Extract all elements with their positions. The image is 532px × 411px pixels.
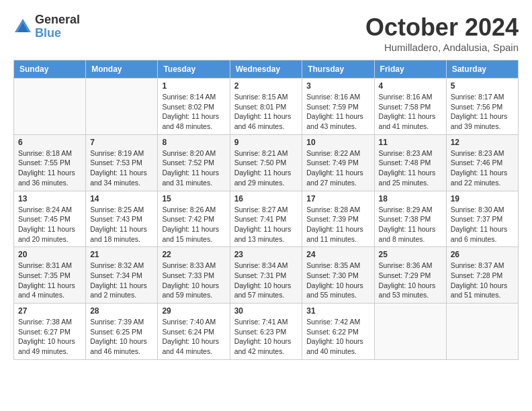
- day-number: 29: [162, 306, 225, 316]
- calendar-week-row: 1Sunrise: 8:14 AM Sunset: 8:02 PM Daylig…: [14, 79, 519, 135]
- calendar-cell: 21Sunrise: 8:32 AM Sunset: 7:34 PM Dayli…: [86, 247, 158, 304]
- day-number: 2: [234, 81, 298, 91]
- day-info: Sunrise: 8:32 AM Sunset: 7:34 PM Dayligh…: [90, 261, 153, 300]
- day-number: 17: [306, 194, 369, 203]
- calendar-cell: 10Sunrise: 8:22 AM Sunset: 7:49 PM Dayli…: [302, 134, 374, 191]
- day-number: 30: [234, 306, 298, 316]
- calendar-week-row: 27Sunrise: 7:38 AM Sunset: 6:27 PM Dayli…: [14, 304, 519, 360]
- day-info: Sunrise: 8:28 AM Sunset: 7:39 PM Dayligh…: [306, 205, 369, 244]
- calendar-cell: 20Sunrise: 8:31 AM Sunset: 7:35 PM Dayli…: [14, 247, 86, 304]
- day-info: Sunrise: 7:38 AM Sunset: 6:27 PM Dayligh…: [18, 317, 81, 357]
- calendar-cell: 30Sunrise: 7:41 AM Sunset: 6:23 PM Dayli…: [230, 304, 302, 360]
- weekday-header: Saturday: [446, 60, 518, 79]
- calendar-cell: 15Sunrise: 8:26 AM Sunset: 7:42 PM Dayli…: [158, 191, 230, 247]
- logo-blue-text: Blue: [35, 27, 80, 40]
- weekday-header: Tuesday: [158, 60, 230, 79]
- weekday-header: Monday: [86, 60, 158, 79]
- calendar-cell: 14Sunrise: 8:25 AM Sunset: 7:43 PM Dayli…: [86, 191, 158, 247]
- calendar-cell: 18Sunrise: 8:29 AM Sunset: 7:38 PM Dayli…: [374, 191, 446, 247]
- day-info: Sunrise: 8:37 AM Sunset: 7:28 PM Dayligh…: [451, 261, 514, 300]
- calendar-cell: 1Sunrise: 8:14 AM Sunset: 8:02 PM Daylig…: [158, 79, 230, 135]
- day-number: 7: [90, 138, 153, 147]
- day-number: 27: [18, 306, 81, 316]
- calendar-cell: 3Sunrise: 8:16 AM Sunset: 7:59 PM Daylig…: [302, 79, 374, 135]
- day-number: 21: [90, 250, 153, 259]
- calendar-cell: 8Sunrise: 8:20 AM Sunset: 7:52 PM Daylig…: [158, 134, 230, 191]
- calendar-cell: 19Sunrise: 8:30 AM Sunset: 7:37 PM Dayli…: [446, 191, 518, 247]
- day-info: Sunrise: 8:24 AM Sunset: 7:45 PM Dayligh…: [18, 205, 81, 244]
- calendar-cell: 5Sunrise: 8:17 AM Sunset: 7:56 PM Daylig…: [446, 79, 518, 135]
- day-info: Sunrise: 8:26 AM Sunset: 7:42 PM Dayligh…: [162, 205, 225, 244]
- calendar-cell: 6Sunrise: 8:18 AM Sunset: 7:55 PM Daylig…: [14, 134, 86, 191]
- day-number: 9: [234, 138, 298, 147]
- day-info: Sunrise: 8:30 AM Sunset: 7:37 PM Dayligh…: [451, 205, 514, 244]
- day-number: 13: [18, 194, 81, 203]
- day-number: 23: [234, 250, 298, 259]
- day-number: 20: [18, 250, 81, 259]
- day-info: Sunrise: 8:33 AM Sunset: 7:33 PM Dayligh…: [162, 261, 225, 300]
- day-number: 8: [162, 138, 225, 147]
- calendar-cell: 9Sunrise: 8:21 AM Sunset: 7:50 PM Daylig…: [230, 134, 302, 191]
- day-number: 11: [379, 138, 442, 147]
- page-header: General Blue October 2024 Humilladero, A…: [13, 13, 519, 53]
- calendar-cell: 27Sunrise: 7:38 AM Sunset: 6:27 PM Dayli…: [14, 304, 86, 360]
- day-number: 10: [306, 138, 369, 147]
- calendar-cell: 13Sunrise: 8:24 AM Sunset: 7:45 PM Dayli…: [14, 191, 86, 247]
- day-info: Sunrise: 8:17 AM Sunset: 7:56 PM Dayligh…: [451, 92, 514, 132]
- day-number: 16: [234, 194, 298, 203]
- day-number: 5: [451, 81, 514, 91]
- day-number: 28: [90, 306, 153, 316]
- calendar-week-row: 13Sunrise: 8:24 AM Sunset: 7:45 PM Dayli…: [14, 191, 519, 247]
- logo-general-text: General: [35, 13, 80, 27]
- day-info: Sunrise: 8:14 AM Sunset: 8:02 PM Dayligh…: [162, 92, 225, 132]
- day-info: Sunrise: 8:35 AM Sunset: 7:30 PM Dayligh…: [306, 261, 369, 300]
- day-number: 1: [162, 81, 225, 91]
- calendar-header-row: SundayMondayTuesdayWednesdayThursdayFrid…: [14, 60, 519, 79]
- calendar-cell: 2Sunrise: 8:15 AM Sunset: 8:01 PM Daylig…: [230, 79, 302, 135]
- calendar-cell: [374, 304, 446, 360]
- day-info: Sunrise: 8:36 AM Sunset: 7:29 PM Dayligh…: [379, 261, 442, 300]
- day-number: 4: [379, 81, 442, 91]
- logo-icon: [13, 17, 32, 36]
- day-info: Sunrise: 8:20 AM Sunset: 7:52 PM Dayligh…: [162, 148, 225, 188]
- title-block: October 2024 Humilladero, Andalusia, Spa…: [365, 13, 519, 53]
- weekday-header: Thursday: [302, 60, 374, 79]
- day-number: 14: [90, 194, 153, 203]
- day-number: 12: [451, 138, 514, 147]
- day-info: Sunrise: 8:23 AM Sunset: 7:46 PM Dayligh…: [451, 148, 514, 188]
- day-number: 18: [379, 194, 442, 203]
- weekday-header: Sunday: [14, 60, 86, 79]
- day-info: Sunrise: 8:18 AM Sunset: 7:55 PM Dayligh…: [18, 148, 81, 188]
- calendar-cell: 25Sunrise: 8:36 AM Sunset: 7:29 PM Dayli…: [374, 247, 446, 304]
- calendar-cell: 4Sunrise: 8:16 AM Sunset: 7:58 PM Daylig…: [374, 79, 446, 135]
- day-info: Sunrise: 8:19 AM Sunset: 7:53 PM Dayligh…: [90, 148, 153, 188]
- day-info: Sunrise: 8:16 AM Sunset: 7:58 PM Dayligh…: [379, 92, 442, 132]
- day-number: 26: [451, 250, 514, 259]
- day-info: Sunrise: 8:15 AM Sunset: 8:01 PM Dayligh…: [234, 92, 298, 132]
- calendar-cell: [14, 79, 86, 135]
- day-info: Sunrise: 7:41 AM Sunset: 6:23 PM Dayligh…: [234, 317, 298, 357]
- calendar-cell: 28Sunrise: 7:39 AM Sunset: 6:25 PM Dayli…: [86, 304, 158, 360]
- calendar-cell: 17Sunrise: 8:28 AM Sunset: 7:39 PM Dayli…: [302, 191, 374, 247]
- day-number: 6: [18, 138, 81, 147]
- calendar-cell: 31Sunrise: 7:42 AM Sunset: 6:22 PM Dayli…: [302, 304, 374, 360]
- day-number: 19: [451, 194, 514, 203]
- day-info: Sunrise: 7:40 AM Sunset: 6:24 PM Dayligh…: [162, 317, 225, 357]
- calendar-cell: 23Sunrise: 8:34 AM Sunset: 7:31 PM Dayli…: [230, 247, 302, 304]
- day-info: Sunrise: 8:27 AM Sunset: 7:41 PM Dayligh…: [234, 205, 298, 244]
- calendar-cell: 29Sunrise: 7:40 AM Sunset: 6:24 PM Dayli…: [158, 304, 230, 360]
- calendar-cell: 16Sunrise: 8:27 AM Sunset: 7:41 PM Dayli…: [230, 191, 302, 247]
- day-number: 15: [162, 194, 225, 203]
- month-title: October 2024: [365, 13, 519, 42]
- logo-text: General Blue: [35, 13, 80, 40]
- day-info: Sunrise: 8:29 AM Sunset: 7:38 PM Dayligh…: [379, 205, 442, 244]
- calendar-cell: 11Sunrise: 8:23 AM Sunset: 7:48 PM Dayli…: [374, 134, 446, 191]
- calendar-week-row: 6Sunrise: 8:18 AM Sunset: 7:55 PM Daylig…: [14, 134, 519, 191]
- day-info: Sunrise: 8:34 AM Sunset: 7:31 PM Dayligh…: [234, 261, 298, 300]
- day-info: Sunrise: 8:23 AM Sunset: 7:48 PM Dayligh…: [379, 148, 442, 188]
- weekday-header: Friday: [374, 60, 446, 79]
- calendar-cell: 7Sunrise: 8:19 AM Sunset: 7:53 PM Daylig…: [86, 134, 158, 191]
- day-info: Sunrise: 7:42 AM Sunset: 6:22 PM Dayligh…: [306, 317, 369, 357]
- logo: General Blue: [13, 13, 80, 40]
- calendar-cell: 24Sunrise: 8:35 AM Sunset: 7:30 PM Dayli…: [302, 247, 374, 304]
